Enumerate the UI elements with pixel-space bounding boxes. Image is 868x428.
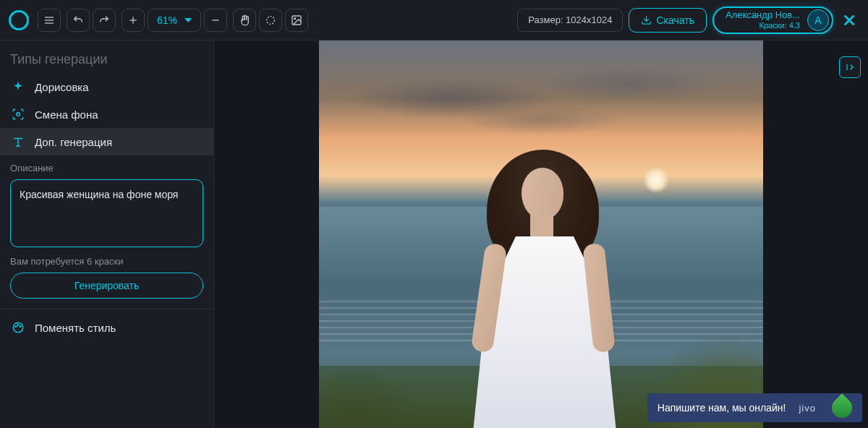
generated-image xyxy=(319,40,763,428)
svg-point-16 xyxy=(20,326,21,328)
user-paints: Краски: 4.3 xyxy=(759,21,800,30)
canvas-size-display: Размер: 1024x1024 xyxy=(517,9,623,32)
sidebar-item-extra-gen[interactable]: Доп. генерация xyxy=(0,128,213,155)
sidebar-item-label: Доп. генерация xyxy=(35,136,112,148)
select-tool-button[interactable] xyxy=(259,9,282,32)
left-sidebar: Типы генерации Дорисовка Смена фона Доп.… xyxy=(0,40,214,428)
cost-info: Вам потребуется 6 краски xyxy=(0,247,213,273)
chat-widget[interactable]: Напишите нам, мы онлайн! jivo xyxy=(647,393,862,422)
menu-button[interactable] xyxy=(38,9,61,32)
zoom-value: 61% xyxy=(157,14,177,26)
sidebar-item-label: Поменять стиль xyxy=(35,322,116,334)
close-button[interactable] xyxy=(839,10,859,30)
svg-point-15 xyxy=(17,325,19,326)
avatar: А xyxy=(807,9,829,31)
download-button[interactable]: Скачать xyxy=(629,8,707,33)
canvas-area[interactable] xyxy=(214,40,868,428)
text-icon xyxy=(12,135,25,148)
svg-point-12 xyxy=(17,113,20,116)
chevron-down-icon xyxy=(184,18,192,22)
zoom-in-button[interactable] xyxy=(122,9,145,32)
focus-icon xyxy=(12,108,25,121)
app-logo[interactable] xyxy=(9,10,29,30)
sidebar-item-style[interactable]: Поменять стиль xyxy=(0,309,213,341)
chat-text: Напишите нам, мы онлайн! xyxy=(658,402,786,414)
sparkle-icon xyxy=(12,80,25,93)
sidebar-item-background[interactable]: Смена фона xyxy=(0,100,213,128)
right-panel-toggle[interactable] xyxy=(839,56,861,78)
prompt-field-wrapper xyxy=(10,179,203,247)
download-label: Скачать xyxy=(656,14,694,26)
redo-button[interactable] xyxy=(93,9,116,32)
palette-icon xyxy=(12,321,25,334)
leaf-icon xyxy=(827,393,856,422)
top-toolbar: 61% Размер: 1024x1024 Скачать Александр … xyxy=(0,0,868,40)
zoom-out-button[interactable] xyxy=(204,9,227,32)
image-tool-button[interactable] xyxy=(285,9,308,32)
svg-point-6 xyxy=(267,16,275,24)
generation-types-title: Типы генерации xyxy=(0,40,213,73)
pan-tool-button[interactable] xyxy=(233,9,256,32)
svg-point-14 xyxy=(15,326,17,328)
chat-brand: jivo xyxy=(799,403,816,414)
description-label: Описание xyxy=(0,155,213,179)
sidebar-item-label: Смена фона xyxy=(35,108,98,121)
user-account-chip[interactable]: Александр Нов... Краски: 4.3 А xyxy=(712,7,833,34)
zoom-level-display[interactable]: 61% xyxy=(148,9,201,32)
prompt-textarea[interactable] xyxy=(20,189,194,235)
sidebar-item-inpaint[interactable]: Дорисовка xyxy=(0,73,213,100)
sidebar-item-label: Дорисовка xyxy=(35,81,89,93)
undo-button[interactable] xyxy=(67,9,90,32)
svg-point-8 xyxy=(294,17,296,19)
user-name: Александр Нов... xyxy=(726,10,800,20)
generate-button[interactable]: Генерировать xyxy=(10,273,203,299)
